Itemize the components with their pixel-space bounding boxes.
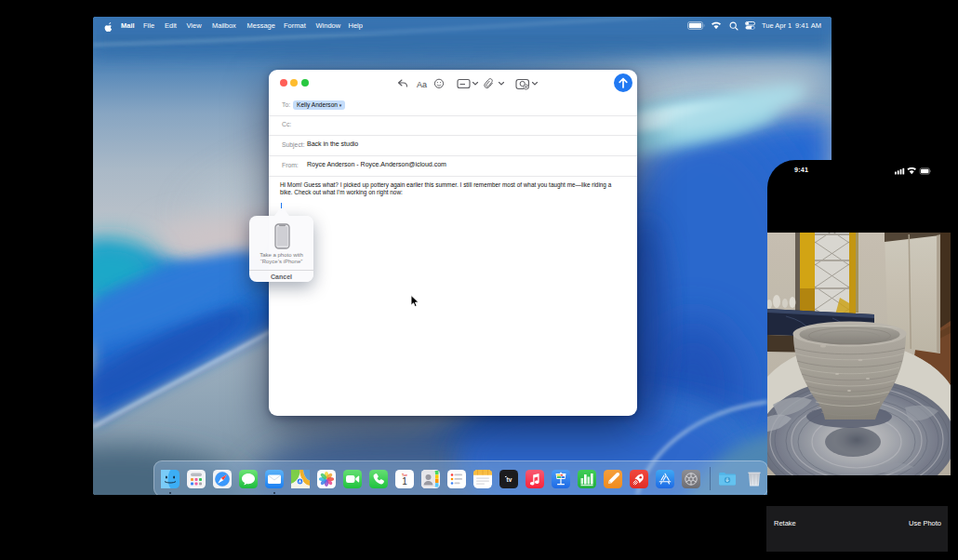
svg-text:tv: tv bbox=[507, 476, 512, 483]
svg-text:1: 1 bbox=[402, 476, 407, 487]
svg-text:Aa: Aa bbox=[417, 80, 427, 89]
